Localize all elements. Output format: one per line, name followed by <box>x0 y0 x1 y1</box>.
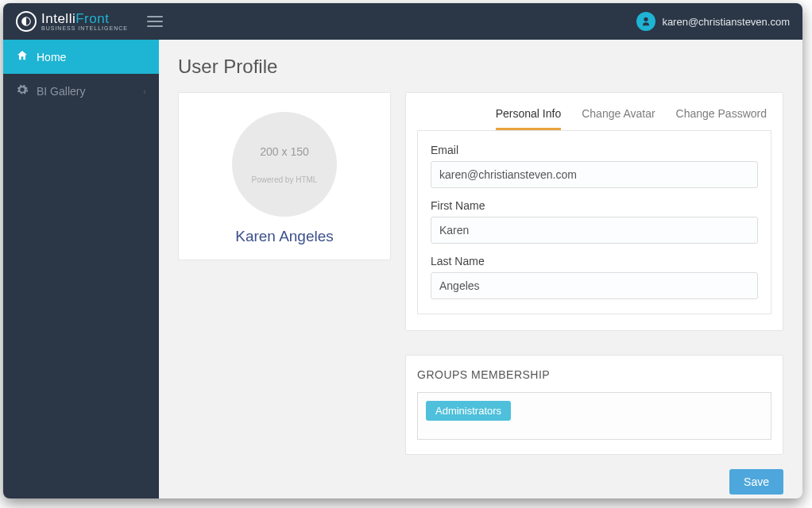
group-tag[interactable]: Administrators <box>426 401 511 421</box>
top-bar: IntelliFront BUSINESS INTELLIGENCE karen… <box>3 3 802 40</box>
email-label: Email <box>431 144 758 156</box>
logo-word-b: Front <box>75 11 109 26</box>
menu-toggle-icon[interactable] <box>147 13 163 30</box>
avatar-placeholder-sub: Powered by HTML <box>252 175 318 184</box>
sidebar: Home BI Gallery ‹ <box>3 40 159 498</box>
personal-info-form: Email First Name Last Name <box>417 130 771 314</box>
tab-change-avatar[interactable]: Change Avatar <box>582 107 655 130</box>
profile-summary-card: 200 x 150 Powered by HTML Karen Angeles <box>178 92 391 260</box>
first-name-label: First Name <box>431 199 758 212</box>
page-title: User Profile <box>178 56 783 78</box>
logo-word-a: Intelli <box>41 11 75 26</box>
logo-subtitle: BUSINESS INTELLIGENCE <box>41 25 128 31</box>
chevron-left-icon: ‹ <box>143 87 146 96</box>
avatar-placeholder-text: 200 x 150 <box>260 145 309 158</box>
main-content: User Profile 200 x 150 Powered by HTML K… <box>159 40 802 498</box>
profile-tabs: Personal Info Change Avatar Change Passw… <box>406 93 783 130</box>
sidebar-item-label: Home <box>37 51 66 64</box>
sidebar-item-home[interactable]: Home <box>3 40 159 74</box>
sidebar-item-label: BI Gallery <box>37 85 85 98</box>
personal-info-card: Personal Info Change Avatar Change Passw… <box>405 92 783 331</box>
sidebar-item-bi-gallery[interactable]: BI Gallery ‹ <box>3 74 159 108</box>
last-name-field[interactable] <box>431 272 758 299</box>
logo-text: IntelliFront BUSINESS INTELLIGENCE <box>41 12 128 31</box>
tab-personal-info[interactable]: Personal Info <box>496 107 562 130</box>
first-name-field[interactable] <box>431 217 758 244</box>
tab-change-password[interactable]: Change Password <box>676 107 767 130</box>
groups-title: GROUPS MEMBERSHIP <box>417 368 771 381</box>
body: Home BI Gallery ‹ User Profile 200 x 150… <box>3 40 802 498</box>
save-button[interactable]: Save <box>729 469 783 495</box>
last-name-label: Last Name <box>431 255 758 267</box>
groups-box[interactable]: Administrators <box>417 392 771 440</box>
current-user-email: karen@christiansteven.com <box>662 16 790 28</box>
current-user-chip[interactable]: karen@christiansteven.com <box>636 12 790 31</box>
logo-mark-icon <box>16 11 37 32</box>
home-icon <box>16 49 29 64</box>
email-field[interactable] <box>431 161 758 188</box>
gear-icon <box>16 83 29 98</box>
groups-membership-card: GROUPS MEMBERSHIP Administrators <box>405 355 783 455</box>
avatar-placeholder: 200 x 150 Powered by HTML <box>232 112 337 217</box>
user-avatar-icon <box>636 12 655 31</box>
app-window: IntelliFront BUSINESS INTELLIGENCE karen… <box>3 3 802 498</box>
profile-display-name: Karen Angeles <box>190 228 379 245</box>
brand-logo[interactable]: IntelliFront BUSINESS INTELLIGENCE <box>16 11 128 32</box>
